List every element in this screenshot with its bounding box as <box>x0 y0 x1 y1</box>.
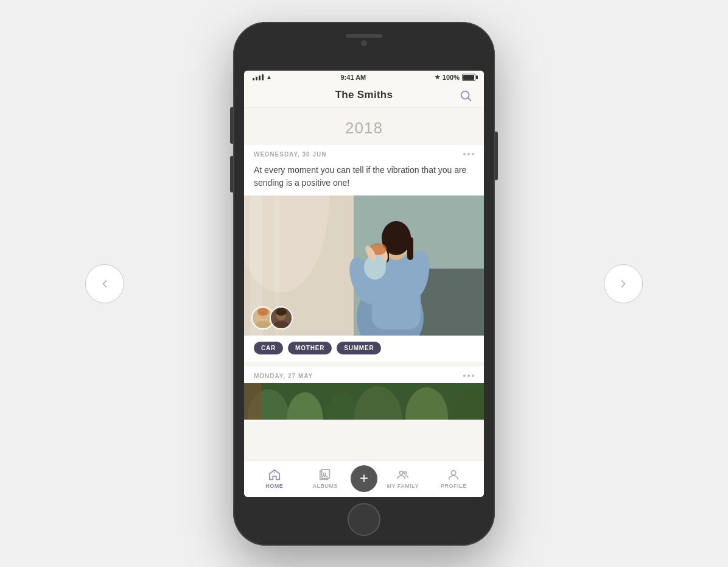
nav-item-home[interactable]: HOME <box>249 468 300 489</box>
menu-dot <box>463 153 466 155</box>
nav-albums-label: ALBUMS <box>313 483 338 489</box>
home-button[interactable] <box>348 503 380 536</box>
post-2-date: MONDAY, 27 MAY <box>254 373 313 379</box>
menu-dot <box>467 375 470 377</box>
phone-notch <box>346 34 382 46</box>
nav-profile-label: PROFILE <box>441 483 467 489</box>
year-label: 2018 <box>244 108 484 145</box>
svg-point-42 <box>399 471 403 475</box>
menu-dot <box>472 153 474 155</box>
add-plus-icon: + <box>360 471 368 485</box>
menu-dot <box>463 375 466 377</box>
search-button[interactable] <box>456 86 475 105</box>
tag-car[interactable]: CAR <box>254 342 283 354</box>
post-1-avatars <box>251 306 288 329</box>
phone-screen: ▲ 9:41 AM ★ 100% The Smiths <box>244 71 484 497</box>
bluetooth-icon: ★ <box>435 74 440 80</box>
svg-point-43 <box>404 471 406 474</box>
nav-family-label: MY FAMILY <box>387 483 419 489</box>
phone-speaker <box>346 34 382 38</box>
post-1-text: At every moment you can tell if the vibr… <box>244 161 484 195</box>
post-1-header: WEDNESDAY, 30 JUN <box>244 145 484 161</box>
svg-point-24 <box>257 308 268 315</box>
svg-line-1 <box>468 98 471 100</box>
phone-outer-shell: ▲ 9:41 AM ★ 100% The Smiths <box>233 22 495 546</box>
post-1-image[interactable] <box>244 195 484 336</box>
tag-summer[interactable]: SUMMER <box>337 342 381 354</box>
post-2-menu[interactable] <box>463 375 474 377</box>
nav-item-albums[interactable]: ALBUMS <box>300 468 351 489</box>
status-left: ▲ <box>253 74 272 80</box>
post-2-header: MONDAY, 27 MAY <box>244 367 484 383</box>
signal-bars <box>253 74 264 80</box>
menu-dot <box>472 375 474 377</box>
tag-mother[interactable]: MOTHER <box>288 342 332 354</box>
menu-dot <box>467 153 470 155</box>
post-1-menu[interactable] <box>463 153 474 155</box>
status-time: 9:41 AM <box>340 74 366 81</box>
nav-home-label: HOME <box>265 483 283 489</box>
battery-pct-label: 100% <box>443 74 460 81</box>
nav-item-family[interactable]: MY FAMILY <box>377 468 429 489</box>
next-arrow-button[interactable] <box>604 264 643 303</box>
nav-item-profile[interactable]: PROFILE <box>429 468 480 489</box>
post-card-2: MONDAY, 27 MAY <box>244 367 484 420</box>
bottom-nav: HOME ALBUMS + <box>244 460 484 497</box>
phone-camera <box>361 40 367 46</box>
phone-device: ▲ 9:41 AM ★ 100% The Smiths <box>233 22 495 546</box>
wifi-icon: ▲ <box>266 74 272 80</box>
svg-point-28 <box>276 308 287 315</box>
app-title: The Smiths <box>335 89 393 101</box>
post-1-tags: CAR MOTHER SUMMER <box>244 336 484 362</box>
battery-icon <box>462 74 475 81</box>
status-right: ★ 100% <box>435 74 475 81</box>
svg-rect-37 <box>244 383 261 420</box>
svg-point-44 <box>452 471 456 475</box>
avatar-2[interactable] <box>270 306 293 329</box>
post-card-1: WEDNESDAY, 30 JUN At every moment you ca… <box>244 145 484 362</box>
post-2-image[interactable] <box>244 383 484 420</box>
svg-point-38 <box>274 472 275 473</box>
prev-arrow-button[interactable] <box>85 264 124 303</box>
status-bar: ▲ 9:41 AM ★ 100% <box>244 71 484 84</box>
app-header: The Smiths <box>244 84 484 108</box>
nav-add-button[interactable]: + <box>351 465 377 492</box>
battery-fill <box>463 75 474 80</box>
feed-container: 2018 WEDNESDAY, 30 JUN At every moment y… <box>244 108 484 460</box>
svg-rect-14 <box>407 237 413 260</box>
post-1-date: WEDNESDAY, 30 JUN <box>254 151 326 158</box>
